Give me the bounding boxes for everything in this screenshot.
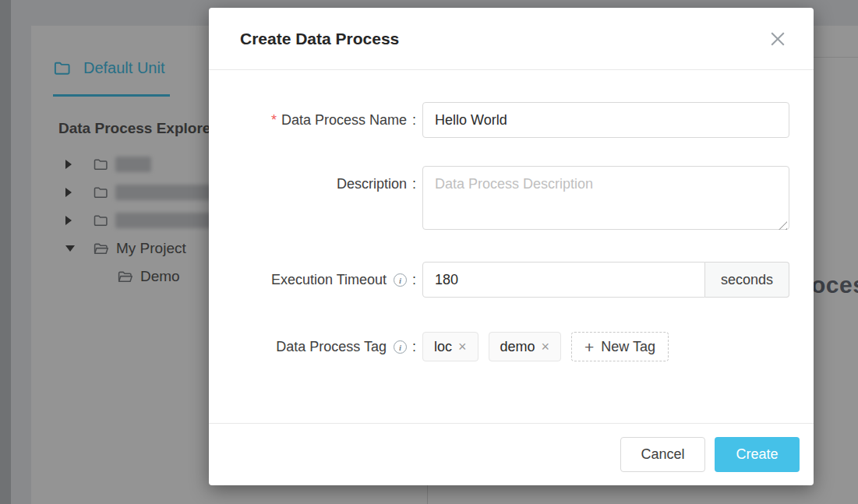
- form-row-timeout: Execution Timeout i : seconds: [209, 262, 814, 298]
- screen: oces Default Unit Data Process Explorer: [0, 0, 858, 504]
- modal-header: Create Data Process: [209, 8, 814, 70]
- create-data-process-modal: Create Data Process * Data Process Name:…: [209, 8, 814, 485]
- info-icon[interactable]: i: [394, 273, 407, 287]
- description-textarea[interactable]: [422, 166, 789, 230]
- remove-tag-icon[interactable]: ×: [458, 340, 467, 354]
- name-input[interactable]: [422, 102, 789, 138]
- required-asterisk: *: [271, 112, 277, 129]
- name-field-label: * Data Process Name:: [209, 102, 422, 138]
- modal-footer: Cancel Create: [209, 423, 814, 485]
- new-tag-button[interactable]: + New Tag: [571, 332, 669, 361]
- timeout-field-label: Execution Timeout i :: [209, 262, 422, 298]
- form-row-name: * Data Process Name:: [209, 102, 814, 138]
- form-row-tags: Data Process Tag i : loc × demo × +: [209, 332, 814, 361]
- tag-chip-demo: demo ×: [489, 332, 562, 361]
- close-icon[interactable]: [768, 30, 787, 48]
- remove-tag-icon[interactable]: ×: [542, 340, 550, 354]
- cancel-button[interactable]: Cancel: [620, 437, 705, 472]
- info-icon[interactable]: i: [394, 340, 407, 354]
- timeout-input[interactable]: [422, 262, 705, 298]
- create-button[interactable]: Create: [715, 437, 800, 472]
- tags-list: loc × demo × + New Tag: [422, 332, 669, 361]
- tags-field-label: Data Process Tag i :: [209, 332, 422, 361]
- timeout-unit-addon: seconds: [705, 262, 789, 298]
- modal-body: * Data Process Name: Description: Execut…: [209, 102, 814, 361]
- modal-title: Create Data Process: [240, 30, 399, 48]
- description-field-label: Description:: [209, 166, 422, 202]
- tag-chip-loc: loc ×: [422, 332, 478, 361]
- plus-icon: +: [584, 339, 594, 355]
- form-row-description: Description:: [209, 166, 814, 233]
